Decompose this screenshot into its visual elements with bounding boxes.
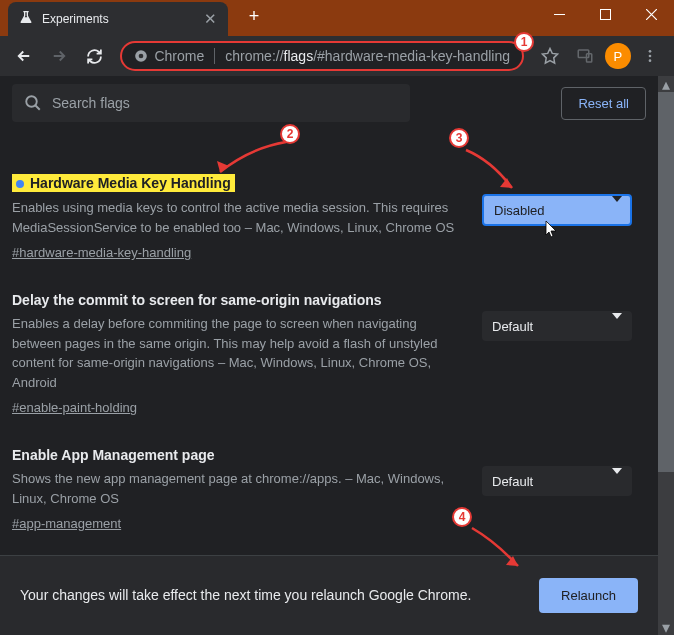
flag-title: Enable App Management page [12,447,215,463]
forward-button[interactable] [43,40,74,72]
svg-point-5 [649,50,652,53]
flag-paint-holding: Delay the commit to screen for same-orig… [12,291,646,416]
flag-title: Hardware Media Key Handling [12,174,235,192]
flag-dropdown[interactable]: Default [482,311,632,341]
relaunch-message: Your changes will take effect the next t… [20,586,519,606]
flag-description: Enables using media keys to control the … [12,198,462,237]
flag-anchor-link[interactable]: #hardware-media-key-handling [12,245,191,260]
window-controls [536,0,674,30]
scroll-up-button[interactable]: ▴ [658,76,674,92]
flask-icon [18,11,34,27]
flag-dropdown[interactable]: Default [482,466,632,496]
flag-anchor-link[interactable]: #enable-paint-holding [12,400,137,415]
site-identity[interactable]: Chrome [134,48,215,64]
reset-all-button[interactable]: Reset all [561,87,646,120]
menu-icon[interactable] [635,40,666,72]
bookmark-icon[interactable] [534,40,565,72]
flag-description: Shows the new app management page at chr… [12,469,462,508]
secure-label: Chrome [154,48,204,64]
mouse-cursor [545,221,559,243]
relaunch-button[interactable]: Relaunch [539,578,638,613]
address-bar[interactable]: Chrome chrome://flags/#hardware-media-ke… [120,41,524,71]
reload-button[interactable] [79,40,110,72]
flag-title: Delay the commit to screen for same-orig… [12,292,382,308]
flag-hardware-media-key: Hardware Media Key Handling Enables usin… [12,174,646,261]
flag-description: Enables a delay before commiting the pag… [12,314,462,392]
close-window-button[interactable] [628,0,674,28]
back-button[interactable] [8,40,39,72]
search-icon [24,94,42,112]
flag-app-management: Enable App Management page Shows the new… [12,446,646,532]
search-flags[interactable] [12,84,410,122]
relaunch-bar: Your changes will take effect the next t… [0,555,658,635]
devices-icon[interactable] [570,40,601,72]
browser-tab[interactable]: Experiments ✕ [8,2,228,36]
svg-point-2 [139,54,144,59]
chrome-icon [134,49,148,63]
scroll-thumb[interactable] [658,92,674,472]
search-input[interactable] [52,95,398,111]
maximize-button[interactable] [582,0,628,28]
close-tab-icon[interactable]: ✕ [202,11,218,27]
svg-rect-0 [600,9,610,19]
url-text: chrome://flags/#hardware-media-key-handl… [215,48,510,64]
svg-point-8 [26,96,37,107]
tab-title: Experiments [42,12,202,26]
flag-anchor-link[interactable]: #app-management [12,516,121,531]
minimize-button[interactable] [536,0,582,28]
page-content: Reset all Hardware Media Key Handling En… [0,76,658,635]
new-tab-button[interactable]: + [240,2,268,30]
scroll-down-button[interactable]: ▾ [658,619,674,635]
svg-point-6 [649,55,652,58]
titlebar: Experiments ✕ + [0,0,674,36]
toolbar: Chrome chrome://flags/#hardware-media-ke… [0,36,674,76]
scrollbar[interactable]: ▴ ▾ [658,76,674,635]
profile-avatar[interactable]: P [605,43,631,69]
svg-point-7 [649,59,652,62]
